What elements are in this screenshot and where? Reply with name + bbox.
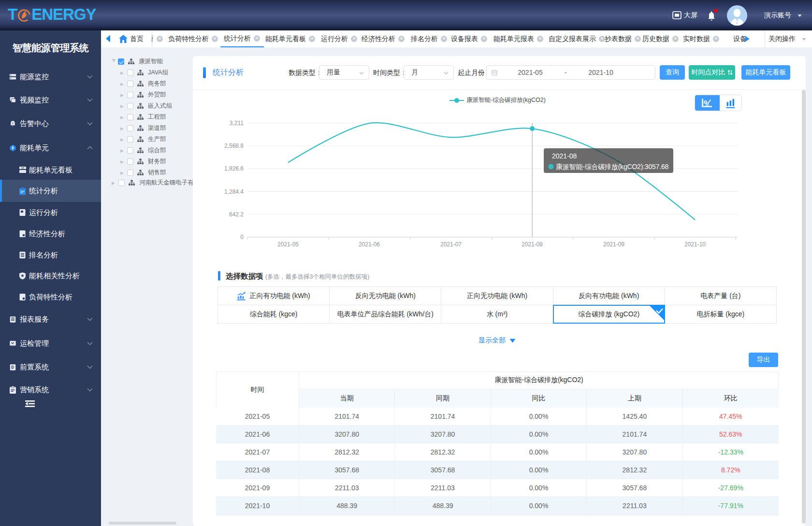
svg-text:2021-08: 2021-08 bbox=[522, 241, 543, 248]
svg-text:642.2: 642.2 bbox=[229, 211, 244, 218]
svg-text:3,211: 3,211 bbox=[230, 120, 244, 127]
svg-text:2021-10: 2021-10 bbox=[684, 241, 706, 248]
svg-text:2021-06: 2021-06 bbox=[359, 241, 380, 248]
svg-text:2021-07: 2021-07 bbox=[440, 241, 462, 248]
svg-text:1,926.6: 1,926.6 bbox=[224, 165, 244, 172]
svg-text:康派智能-综合碳排放(kgCO2):3057.68: 康派智能-综合碳排放(kgCO2):3057.68 bbox=[556, 163, 668, 171]
svg-text:2,568.8: 2,568.8 bbox=[224, 142, 244, 149]
svg-text:1,284.4: 1,284.4 bbox=[224, 188, 244, 195]
svg-text:2021-08: 2021-08 bbox=[552, 152, 577, 160]
svg-text:2021-05: 2021-05 bbox=[277, 241, 299, 248]
svg-text:0: 0 bbox=[240, 234, 244, 241]
svg-text:2021-09: 2021-09 bbox=[603, 241, 624, 248]
